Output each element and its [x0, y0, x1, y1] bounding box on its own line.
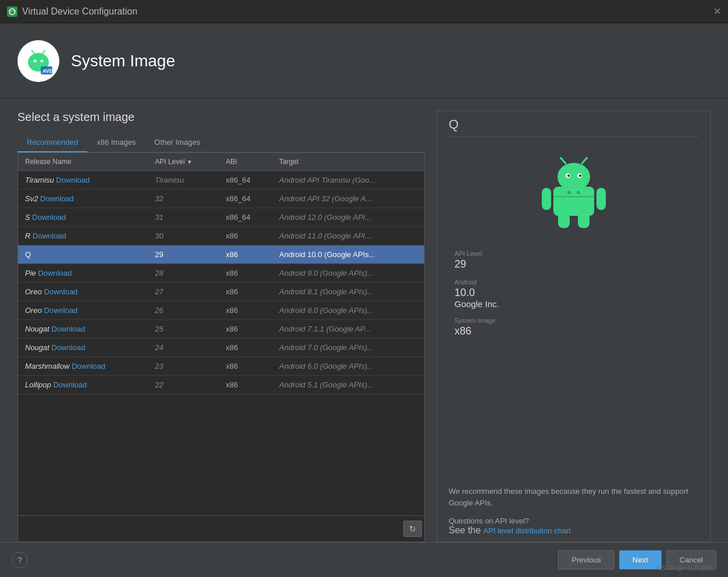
system-image-value: x86	[454, 325, 693, 337]
target-cell: Android 11.0 (Google API...	[272, 227, 424, 245]
api-level-cell: 27	[148, 283, 219, 301]
abi-cell: x86	[219, 320, 272, 339]
tabs-container: Recommended x86 Images Other Images	[17, 133, 425, 152]
header-icon-circle: AVD	[17, 40, 59, 82]
avd-manager-icon: AVD	[23, 46, 54, 76]
title-bar: Virtual Device Configuration ✕	[0, 0, 728, 23]
info-section: API Level 29 Android 10.0 Google Inc. Sy…	[449, 242, 698, 474]
svg-point-17	[579, 174, 581, 177]
table-row[interactable]: Lollipop Download22x86Android 5.1 (Googl…	[18, 376, 424, 394]
api-level-value: 29	[454, 258, 693, 270]
release-name: Nougat Download	[25, 343, 85, 352]
release-name: Marshmallow Download	[25, 362, 105, 371]
main-content: Select a system image Recommended x86 Im…	[0, 99, 728, 542]
target-cell: Android 10.0 (Google APIs...	[272, 245, 424, 264]
api-level-cell: Tiramisu	[148, 171, 219, 190]
download-link[interactable]: Download	[52, 343, 86, 352]
col-api-level[interactable]: API Level▼	[148, 153, 219, 171]
target-cell: Android 12.0 (Google API...	[272, 208, 424, 227]
release-name: S Download	[25, 213, 66, 222]
abi-cell: x86	[219, 301, 272, 320]
close-icon[interactable]: ✕	[713, 6, 721, 17]
api-level-cell: 28	[148, 264, 219, 283]
api-level-cell: 23	[148, 357, 219, 376]
table-header-row: Release Name API Level▼ ABI Target	[18, 153, 424, 171]
api-chart-container: See the API level distribution chart	[449, 525, 698, 536]
title-bar-title: Virtual Device Configuration	[22, 6, 137, 17]
api-level-cell: 26	[148, 301, 219, 320]
svg-point-5	[34, 59, 37, 62]
download-link[interactable]: Download	[40, 194, 74, 203]
download-link[interactable]: Download	[44, 306, 78, 315]
watermark: CSDN @~行月如风~	[657, 564, 716, 572]
abi-cell: x86	[219, 376, 272, 394]
svg-line-8	[42, 51, 45, 54]
api-level-cell: 22	[148, 376, 219, 394]
table-row[interactable]: Marshmallow Download23x86Android 6.0 (Go…	[18, 357, 424, 376]
download-link[interactable]: Download	[33, 231, 66, 240]
api-question: Questions on API level?	[449, 517, 698, 525]
abi-cell: x86_64	[219, 208, 272, 227]
tab-x86images[interactable]: x86 Images	[87, 133, 145, 152]
target-cell: Android 8.1 (Google APIs)...	[272, 283, 424, 301]
api-chart-link[interactable]: API level distribution chart	[484, 526, 571, 535]
svg-text:AVD: AVD	[42, 68, 54, 74]
tab-otherimages[interactable]: Other Images	[145, 133, 209, 152]
table-row[interactable]: Sv2 Download32x86_64Android API 32 (Goog…	[18, 190, 424, 208]
tab-recommended[interactable]: Recommended	[17, 133, 87, 152]
svg-point-2	[10, 10, 12, 12]
header: AVD System Image	[0, 23, 728, 99]
table-row[interactable]: Nougat Download25x86Android 7.1.1 (Googl…	[18, 320, 424, 339]
release-name: Oreo Download	[25, 306, 77, 315]
help-button[interactable]: ?	[12, 552, 28, 568]
right-panel: Q	[436, 111, 711, 542]
download-link[interactable]: Download	[44, 287, 78, 296]
table-row[interactable]: Oreo Download26x86Android 8.0 (Google AP…	[18, 301, 424, 320]
download-link[interactable]: Download	[53, 380, 87, 389]
left-panel: Select a system image Recommended x86 Im…	[17, 111, 425, 542]
download-link[interactable]: Download	[72, 362, 105, 371]
target-cell: Android 8.0 (Google APIs)...	[272, 301, 424, 320]
sort-icon: ▼	[187, 159, 193, 165]
table-row[interactable]: Oreo Download27x86Android 8.1 (Google AP…	[18, 283, 424, 301]
previous-button[interactable]: Previous	[558, 550, 615, 569]
system-image-table: Release Name API Level▼ ABI Target Tiram…	[17, 152, 425, 516]
table-row[interactable]: R Download30x86Android 11.0 (Google API.…	[18, 227, 424, 245]
api-level-cell: 30	[148, 227, 219, 245]
table-row[interactable]: Nougat Download24x86Android 7.0 (Google …	[18, 339, 424, 357]
target-cell: Android API Tiramisu (Goo...	[272, 171, 424, 190]
target-cell: Android API 32 (Google A...	[272, 190, 424, 208]
svg-point-27	[567, 191, 571, 194]
svg-point-21	[585, 157, 588, 159]
release-name: Lollipop Download	[25, 380, 87, 389]
svg-point-13	[557, 163, 590, 191]
download-link[interactable]: Download	[32, 213, 66, 222]
table-row[interactable]: S Download31x86_64Android 12.0 (Google A…	[18, 208, 424, 227]
header-title: System Image	[71, 52, 175, 70]
download-link[interactable]: Download	[38, 269, 72, 277]
recommend-text: We recommend these images because they r…	[449, 486, 698, 508]
refresh-button[interactable]: ↻	[403, 521, 422, 537]
download-link[interactable]: Download	[52, 325, 86, 333]
bottom-bar: ? Previous Next Cancel	[0, 542, 728, 577]
svg-point-16	[567, 174, 570, 177]
release-name: Oreo Download	[25, 287, 77, 296]
abi-cell: x86	[219, 339, 272, 357]
android-value: 10.0	[454, 287, 693, 299]
abi-cell: x86	[219, 283, 272, 301]
next-button[interactable]: Next	[619, 550, 662, 569]
publisher-value: Google Inc.	[454, 299, 693, 309]
download-link[interactable]: Download	[56, 176, 90, 184]
svg-line-7	[32, 51, 34, 54]
api-level-cell: 31	[148, 208, 219, 227]
svg-rect-0	[7, 6, 17, 17]
svg-point-3	[13, 10, 14, 12]
abi-cell: x86	[219, 357, 272, 376]
table-row[interactable]: Pie Download28x86Android 9.0 (Google API…	[18, 264, 424, 283]
abi-cell: x86	[219, 264, 272, 283]
table-row[interactable]: Tiramisu DownloadTiramisux86_64Android A…	[18, 171, 424, 190]
release-name: Pie Download	[25, 269, 72, 277]
table-row[interactable]: Q29x86Android 10.0 (Google APIs...	[18, 245, 424, 264]
release-name: Tiramisu Download	[25, 176, 90, 184]
release-name: R Download	[25, 231, 66, 240]
